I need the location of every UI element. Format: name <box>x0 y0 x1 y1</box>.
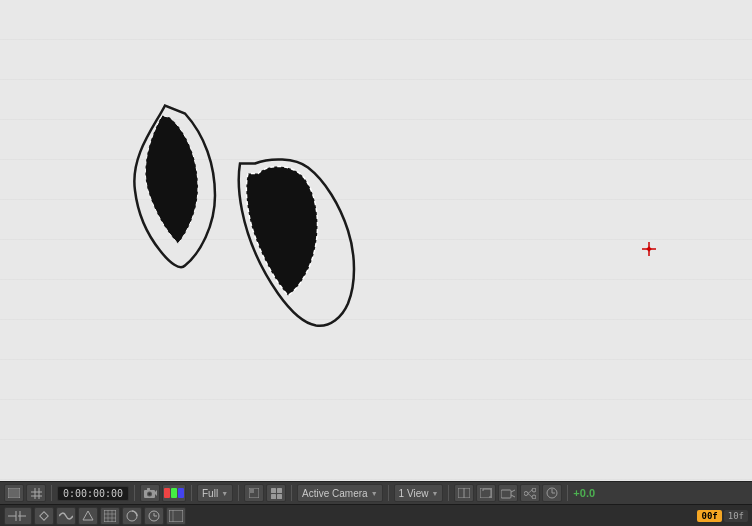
svg-rect-17 <box>277 488 282 493</box>
left-toolbar-section <box>4 484 46 502</box>
svg-point-26 <box>524 491 528 495</box>
viewport-toolbar: 0:00:00:00 Full ▼ <box>0 481 752 504</box>
svg-rect-13 <box>147 488 150 490</box>
view-split-btn[interactable] <box>454 484 474 502</box>
camera-btn[interactable] <box>140 484 160 502</box>
svg-point-12 <box>148 493 150 495</box>
svg-point-27 <box>532 488 536 492</box>
svg-line-24 <box>511 490 515 492</box>
divider-7 <box>448 485 449 501</box>
viewport-icon-btn[interactable] <box>4 484 24 502</box>
svg-rect-2 <box>646 246 652 252</box>
main-viewport <box>0 0 752 481</box>
divider-2 <box>134 485 135 501</box>
divider-4 <box>238 485 239 501</box>
divider-5 <box>291 485 292 501</box>
timeline-marker-btn[interactable] <box>78 507 98 525</box>
svg-rect-18 <box>271 494 276 499</box>
view-dropdown-arrow: ▼ <box>431 490 438 497</box>
timeline-toolbar: 00f 10f <box>0 504 752 526</box>
timeline-circle-btn[interactable] <box>122 507 142 525</box>
grid-btn[interactable] <box>26 484 46 502</box>
frame-start-indicator: 00f <box>697 510 721 522</box>
timeline-play-btn[interactable] <box>4 507 32 525</box>
resolution-arrow: ▼ <box>221 490 228 497</box>
svg-rect-49 <box>169 510 183 522</box>
timeline-grid-btn[interactable] <box>100 507 120 525</box>
frame-end-indicator: 10f <box>724 510 748 522</box>
svg-line-25 <box>511 495 515 497</box>
node-editor-btn[interactable] <box>520 484 540 502</box>
cursor-crosshair <box>642 242 654 254</box>
svg-rect-40 <box>104 510 116 522</box>
animation-btn[interactable] <box>542 484 562 502</box>
svg-rect-15 <box>250 489 254 493</box>
divider-8 <box>567 485 568 501</box>
svg-line-30 <box>528 493 532 497</box>
view-dropdown[interactable]: 1 View ▼ <box>394 484 444 502</box>
camera-dropdown-arrow: ▼ <box>371 490 378 497</box>
timecode-display[interactable]: 0:00:00:00 <box>57 486 129 501</box>
timeline-keyframe-btn[interactable] <box>34 507 54 525</box>
color-swatch-btn[interactable] <box>162 484 186 502</box>
overlay-btn[interactable] <box>244 484 264 502</box>
frame-indicator-bar: 00f 10f <box>693 505 752 526</box>
svg-point-28 <box>532 495 536 499</box>
svg-rect-23 <box>501 490 511 498</box>
divider-3 <box>191 485 192 501</box>
left-leaf <box>134 106 215 268</box>
divider-1 <box>51 485 52 501</box>
view-dropdown-label: 1 View <box>399 488 429 499</box>
maximize-btn[interactable] <box>476 484 496 502</box>
svg-marker-39 <box>83 511 93 520</box>
drawing-canvas <box>0 0 752 481</box>
plus-indicator: +0.0 <box>573 487 595 499</box>
camera-dropdown[interactable]: Active Camera ▼ <box>297 484 383 502</box>
camera-dropdown-label: Active Camera <box>302 488 368 499</box>
svg-marker-10 <box>155 490 157 496</box>
channel-btn[interactable] <box>266 484 286 502</box>
timeline-motion-btn[interactable] <box>56 507 76 525</box>
camera-view-btn[interactable] <box>498 484 518 502</box>
right-leaf <box>239 159 354 325</box>
svg-rect-38 <box>40 511 48 519</box>
timeline-extra-btn[interactable] <box>166 507 186 525</box>
svg-rect-4 <box>9 489 19 497</box>
resolution-dropdown[interactable]: Full ▼ <box>197 484 233 502</box>
svg-line-29 <box>528 490 532 494</box>
resolution-label: Full <box>202 488 218 499</box>
svg-rect-16 <box>271 488 276 493</box>
timeline-clock-btn[interactable] <box>144 507 164 525</box>
svg-rect-19 <box>277 494 282 499</box>
divider-6 <box>388 485 389 501</box>
